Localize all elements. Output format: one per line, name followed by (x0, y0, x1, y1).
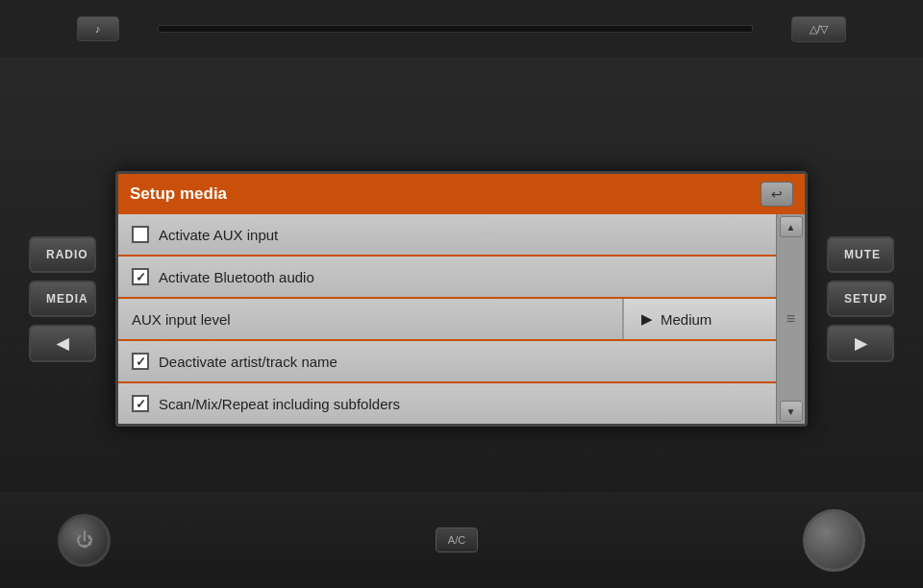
menu-item-activate-aux-label: Activate AUX input (159, 227, 278, 243)
scrollbar: ▲ ≡ ▼ (776, 214, 805, 424)
aux-level-value[interactable]: ▶ Medium (622, 299, 776, 339)
menu-item-activate-bluetooth[interactable]: Activate Bluetooth audio (118, 257, 776, 299)
scroll-lines: ≡ (786, 309, 795, 328)
checkbox-deactivate-artist[interactable] (132, 353, 149, 370)
menu-item-activate-aux[interactable]: Activate AUX input (118, 214, 776, 257)
top-left-button[interactable]: ♪ (77, 16, 119, 41)
screen-content: Activate AUX input Activate Bluetooth au… (118, 214, 776, 424)
setup-button[interactable]: SETUP (827, 281, 894, 317)
right-buttons: MUTE SETUP ▶ (827, 236, 894, 362)
radio-button[interactable]: RADIO (29, 236, 96, 273)
scroll-down-button[interactable]: ▼ (780, 401, 803, 422)
media-button[interactable]: MEDIA (29, 281, 96, 317)
aux-level-text: Medium (661, 311, 711, 328)
top-right-button[interactable]: △/▽ (791, 16, 846, 42)
left-buttons: RADIO MEDIA ◀ (29, 236, 96, 362)
checkbox-activate-aux[interactable] (132, 226, 149, 243)
menu-item-aux-level[interactable]: AUX input level ▶ Medium (118, 299, 776, 341)
volume-knob[interactable] (803, 509, 865, 572)
screen-with-scroll: Activate AUX input Activate Bluetooth au… (118, 214, 805, 424)
menu-item-deactivate-artist[interactable]: Deactivate artist/track name (118, 341, 776, 383)
power-knob[interactable]: ⏻ (58, 514, 111, 567)
menu-list: Activate AUX input Activate Bluetooth au… (118, 214, 776, 424)
checkbox-activate-bluetooth[interactable] (132, 268, 149, 285)
car-unit: ♪ △/▽ RADIO MEDIA ◀ Setup media ↩ (0, 0, 923, 588)
checkbox-scan-mix[interactable] (132, 395, 149, 412)
cd-slot (158, 25, 753, 33)
mute-button[interactable]: MUTE (827, 236, 894, 273)
screen-title: Setup media (130, 184, 227, 204)
menu-item-activate-bluetooth-label: Activate Bluetooth audio (159, 269, 314, 285)
ac-controls: A/C (436, 527, 478, 552)
forward-button-right[interactable]: ▶ (827, 325, 894, 362)
aux-level-label: AUX input level (118, 299, 622, 339)
back-button-left[interactable]: ◀ (29, 325, 96, 362)
power-icon: ⏻ (76, 530, 93, 551)
screen: Setup media ↩ Activate AUX input (115, 171, 808, 427)
screen-back-button[interactable]: ↩ (761, 182, 793, 207)
main-area: RADIO MEDIA ◀ Setup media ↩ Activate AUX… (0, 171, 923, 427)
scroll-track: ≡ (786, 237, 795, 401)
aux-level-arrow: ▶ (641, 310, 653, 328)
menu-item-scan-mix[interactable]: Scan/Mix/Repeat including subfolders (118, 383, 776, 424)
scroll-up-button[interactable]: ▲ (780, 216, 803, 237)
menu-item-scan-mix-label: Scan/Mix/Repeat including subfolders (159, 396, 400, 412)
ac-button[interactable]: A/C (436, 527, 478, 552)
top-strip: ♪ △/▽ (0, 0, 923, 58)
bottom-area: ⏻ A/C (0, 492, 923, 588)
menu-item-deactivate-artist-label: Deactivate artist/track name (159, 354, 337, 370)
screen-header: Setup media ↩ (118, 174, 805, 214)
